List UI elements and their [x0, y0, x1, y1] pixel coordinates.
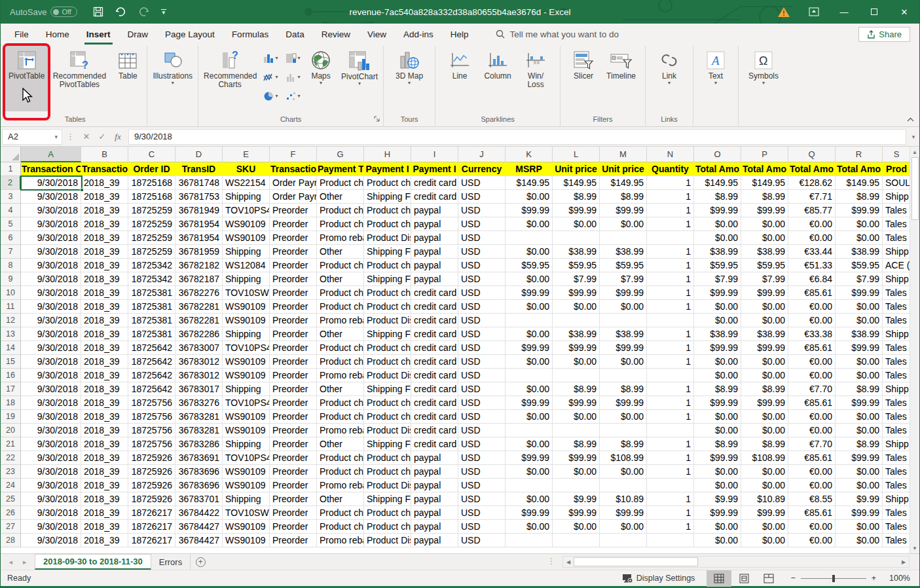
- cell-D21[interactable]: 36783286: [175, 437, 223, 451]
- cell-H22[interactable]: Product ch: [364, 451, 411, 465]
- cell-P2[interactable]: $149.95: [741, 176, 788, 190]
- cell-J25[interactable]: USD: [458, 492, 506, 506]
- cell-F11[interactable]: Preorder: [270, 300, 317, 314]
- cell-M3[interactable]: $8.99: [600, 190, 647, 204]
- cell-O5[interactable]: $0.00: [694, 217, 741, 231]
- cell-A11[interactable]: 9/30/2018: [21, 300, 81, 314]
- cell-A16[interactable]: 9/30/2018: [21, 369, 81, 382]
- cell-R8[interactable]: $59.95: [836, 259, 883, 272]
- cell-S2[interactable]: SOUL: [883, 176, 911, 190]
- cell-R12[interactable]: $0.00: [836, 314, 883, 327]
- cell-J9[interactable]: USD: [458, 272, 506, 286]
- cell-K28[interactable]: [506, 534, 553, 547]
- cell-M22[interactable]: $108.99: [600, 451, 647, 465]
- cell-Q8[interactable]: €51.33: [788, 259, 836, 272]
- cell-H12[interactable]: Product Dis: [364, 314, 411, 327]
- cell-H23[interactable]: Product ch: [364, 465, 411, 479]
- cell-J14[interactable]: USD: [458, 341, 506, 355]
- cell-O6[interactable]: $0.00: [694, 231, 741, 245]
- cell-F25[interactable]: Preorder: [270, 492, 317, 506]
- cell-J10[interactable]: USD: [458, 286, 506, 300]
- cell-I5[interactable]: paypal: [411, 217, 458, 231]
- new-sheet-button[interactable]: +: [191, 554, 210, 570]
- cell-A25[interactable]: 9/30/2018: [21, 492, 81, 506]
- cell-Q5[interactable]: €0.00: [788, 217, 836, 231]
- cell-K8[interactable]: $59.95: [506, 259, 553, 272]
- cell-N4[interactable]: 1: [647, 204, 694, 217]
- timeline-button[interactable]: Timeline: [603, 46, 639, 81]
- cell-I2[interactable]: credit card: [411, 176, 458, 190]
- cell-N15[interactable]: 1: [647, 355, 694, 369]
- cell-C21[interactable]: 18725756: [128, 437, 175, 451]
- ribbon-tab-file[interactable]: File: [6, 24, 37, 45]
- cell-M27[interactable]: $0.00: [600, 520, 647, 534]
- cell-J12[interactable]: USD: [458, 314, 506, 327]
- cell-K1[interactable]: MSRP: [506, 162, 553, 176]
- cell-Q10[interactable]: €85.61: [788, 286, 836, 300]
- cell-M19[interactable]: $0.00: [600, 410, 647, 424]
- cell-Q27[interactable]: €0.00: [788, 520, 836, 534]
- cell-A5[interactable]: 9/30/2018: [21, 217, 81, 231]
- select-all-corner[interactable]: [1, 147, 21, 162]
- cell-M16[interactable]: [600, 369, 647, 382]
- ribbon-tab-formulas[interactable]: Formulas: [223, 24, 277, 45]
- cell-M26[interactable]: $99.99: [600, 506, 647, 520]
- cell-E14[interactable]: TOV10PS4: [223, 341, 270, 355]
- cell-B14[interactable]: 2018_39: [81, 341, 128, 355]
- cell-F5[interactable]: Preorder: [270, 217, 317, 231]
- cell-F13[interactable]: Preorder: [270, 327, 317, 341]
- cell-F8[interactable]: Preorder: [270, 259, 317, 272]
- cell-I25[interactable]: paypal: [411, 492, 458, 506]
- cell-H17[interactable]: Shipping Fe: [364, 382, 411, 396]
- sheet-nav-prev-icon[interactable]: ◂: [9, 558, 12, 566]
- cell-N7[interactable]: 1: [647, 245, 694, 259]
- cell-R21[interactable]: $8.99: [836, 437, 883, 451]
- column-header-H[interactable]: H: [364, 147, 411, 162]
- 3d-map-button[interactable]: 3D Map ▾: [392, 46, 426, 86]
- cell-I8[interactable]: paypal: [411, 259, 458, 272]
- cell-L5[interactable]: $0.00: [553, 217, 600, 231]
- cell-R24[interactable]: $0.00: [836, 479, 883, 492]
- cell-S10[interactable]: Tales: [883, 286, 911, 300]
- cell-G28[interactable]: Promo reba: [317, 534, 364, 547]
- cell-G18[interactable]: Product ch: [317, 396, 364, 410]
- cell-D5[interactable]: 36781954: [175, 217, 223, 231]
- cell-H27[interactable]: Product ch: [364, 520, 411, 534]
- cell-J18[interactable]: USD: [458, 396, 506, 410]
- insert-scatter-chart-button[interactable]: ▾: [282, 86, 304, 105]
- cell-L7[interactable]: $38.99: [553, 245, 600, 259]
- cell-K17[interactable]: $0.00: [506, 382, 553, 396]
- cell-Q13[interactable]: €33.38: [788, 327, 836, 341]
- cell-E16[interactable]: WS90109: [223, 369, 270, 382]
- cell-C26[interactable]: 18726217: [128, 506, 175, 520]
- cell-H5[interactable]: Product ch: [364, 217, 411, 231]
- cell-E23[interactable]: WS90109: [223, 465, 270, 479]
- cell-H8[interactable]: Product ch: [364, 259, 411, 272]
- cell-C20[interactable]: 18725756: [128, 424, 175, 437]
- column-header-D[interactable]: D: [175, 147, 223, 162]
- cell-Q26[interactable]: €85.61: [788, 506, 836, 520]
- cell-I16[interactable]: credit card: [411, 369, 458, 382]
- ribbon-display-options-button[interactable]: [799, 0, 829, 24]
- cell-K9[interactable]: $0.00: [506, 272, 553, 286]
- cell-D7[interactable]: 36781959: [175, 245, 223, 259]
- cell-P4[interactable]: $99.99: [741, 204, 788, 217]
- cell-K26[interactable]: $99.99: [506, 506, 553, 520]
- cell-Q3[interactable]: €7.71: [788, 190, 836, 204]
- cell-C12[interactable]: 18725381: [128, 314, 175, 327]
- cell-L20[interactable]: [553, 424, 600, 437]
- row-header-15[interactable]: 15: [1, 355, 21, 369]
- cell-A3[interactable]: 9/30/2018: [21, 190, 81, 204]
- cell-F24[interactable]: Preorder: [270, 479, 317, 492]
- cell-S25[interactable]: Shipp: [883, 492, 911, 506]
- cell-E4[interactable]: TOV10PS4: [223, 204, 270, 217]
- cell-A9[interactable]: 9/30/2018: [21, 272, 81, 286]
- ribbon-tab-page-layout[interactable]: Page Layout: [156, 24, 223, 45]
- cell-H4[interactable]: Product ch: [364, 204, 411, 217]
- cell-P17[interactable]: $8.99: [741, 382, 788, 396]
- cell-B13[interactable]: 2018_39: [81, 327, 128, 341]
- cell-M2[interactable]: $149.95: [600, 176, 647, 190]
- cell-P26[interactable]: $99.99: [741, 506, 788, 520]
- cell-R20[interactable]: $0.00: [836, 424, 883, 437]
- cell-G19[interactable]: Product ch: [317, 410, 364, 424]
